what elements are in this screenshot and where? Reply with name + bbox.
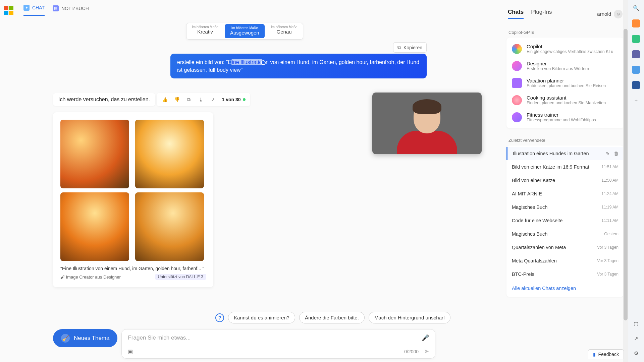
send-icon[interactable]: ➤ xyxy=(424,348,429,355)
recent-item[interactable]: Bild von einer Katze im 16:9 Format11:51… xyxy=(506,160,624,174)
side-tab-plugins[interactable]: Plug-Ins xyxy=(531,9,552,19)
copilot-icon xyxy=(512,44,522,54)
recent-item[interactable]: BTC-PreisVor 3 Tagen xyxy=(506,267,624,281)
share-icon[interactable]: ↗ xyxy=(210,96,216,103)
feedback-button[interactable]: ▮ Feedback xyxy=(588,349,624,359)
new-topic-icon: 🧹 xyxy=(61,334,70,343)
style-precise[interactable]: Im höheren Maße Genau xyxy=(266,23,303,39)
side-tab-chats[interactable]: Chats xyxy=(508,9,524,19)
recent-item[interactable]: Code für eine Webseite11:11 AM xyxy=(506,214,624,227)
donut-icon xyxy=(512,95,522,105)
image-results-card: "Eine Illustration von einem Hund, im Ga… xyxy=(53,112,213,287)
notebook-icon: ▤ xyxy=(53,5,59,11)
delete-icon[interactable]: 🗑 xyxy=(614,151,619,156)
dumbbell-icon xyxy=(512,112,522,122)
recent-item[interactable]: Meta QuartalszahlenVor 3 Tagen xyxy=(506,254,624,267)
gpt-copilot[interactable]: CopilotEin gleichgewichtiges Verhältnis … xyxy=(506,40,624,57)
designer-icon xyxy=(512,61,522,71)
avatar-icon: ☺ xyxy=(614,10,623,18)
user-message: erstelle ein bild von: "Eine Illustratio… xyxy=(170,54,427,78)
gpt-fitness[interactable]: Fitness trainerFitnessprogramme und Wohl… xyxy=(506,109,624,126)
style-creative[interactable]: Im höheren Maße Kreativ xyxy=(186,23,224,39)
external-icon[interactable]: ↗ xyxy=(632,335,640,343)
search-icon[interactable]: 🔍 xyxy=(632,4,640,12)
suitcase-icon xyxy=(512,78,522,88)
office-icon[interactable] xyxy=(632,81,640,89)
thumbs-down-icon[interactable]: 👎 xyxy=(173,96,180,103)
recent-item[interactable]: Magisches Buch11:19 AM xyxy=(506,200,624,214)
settings-icon[interactable]: ⚙ xyxy=(632,349,640,357)
scrollbar-thumb[interactable] xyxy=(624,29,628,320)
chip-colors[interactable]: Ändere die Farben bitte. xyxy=(299,312,365,323)
download-icon[interactable]: ⭳ xyxy=(198,96,204,103)
status-dot-icon xyxy=(243,98,246,101)
suggestion-chips: ? Kannst du es animieren? Ändere die Far… xyxy=(215,312,450,323)
style-selector: Im höheren Maße Kreativ Im höheren Maße … xyxy=(186,23,303,40)
text-selection: ine Illustratio xyxy=(231,59,262,65)
generated-image-3[interactable] xyxy=(60,192,129,261)
mic-icon[interactable]: 🎤 xyxy=(422,334,429,342)
new-topic-button[interactable]: 🧹 Neues Thema xyxy=(53,329,117,347)
turn-counter: 1 von 30 xyxy=(222,97,245,102)
recent-item[interactable]: Quartalszahlen von MetaVor 3 Tagen xyxy=(506,241,624,254)
dalle-badge: Unterstützt von DALL·E 3 xyxy=(155,274,206,280)
gpt-vacation[interactable]: Vacation plannerEntdecken, planen und bu… xyxy=(506,74,624,92)
copy-icon: ⧉ xyxy=(397,45,401,50)
composer: 🎤 ▣ 0/2000 ➤ xyxy=(121,329,435,359)
edit-icon[interactable]: ✎ xyxy=(606,151,610,156)
user-menu[interactable]: arnold ☺ xyxy=(597,10,623,18)
generated-image-4[interactable] xyxy=(135,192,204,261)
panel-icon[interactable]: ▢ xyxy=(632,320,640,328)
plus-icon[interactable]: ＋ xyxy=(632,97,640,105)
style-balanced[interactable]: Im höheren Maße Ausgewogen xyxy=(225,24,265,38)
recent-item[interactable]: AI MIT ARNIE11:24 AM xyxy=(506,187,624,200)
message-toolbar: 👍 👎 ⧉ ⭳ ↗ 1 von 30 xyxy=(157,93,250,106)
webcam-overlay[interactable] xyxy=(372,93,482,154)
image-caption: "Eine Illustration von einem Hund, im Ga… xyxy=(60,266,206,271)
chat-icon: ✦ xyxy=(23,5,30,11)
edge-sidebar: 🔍 ＋ ▢ ↗ ⚙ xyxy=(628,0,644,362)
tab-chat[interactable]: ✦ CHAT xyxy=(23,5,45,16)
copy-icon[interactable]: ⧉ xyxy=(185,96,192,103)
tools-icon[interactable] xyxy=(632,35,640,43)
chip-animate[interactable]: Kannst du es animieren? xyxy=(228,312,295,323)
ms-logo xyxy=(4,6,13,15)
prompt-input[interactable] xyxy=(128,335,384,341)
gpt-designer[interactable]: DesignerErstellen von Bildern aus Wörter… xyxy=(506,57,624,74)
tab-notebook-label: NOTIZBUCH xyxy=(61,6,89,11)
shopping-icon[interactable] xyxy=(632,19,640,27)
recent-section-label: Zuletzt verwendete xyxy=(508,138,624,143)
recent-item[interactable]: Bild von einer Katze11:50 AM xyxy=(506,174,624,187)
char-counter: 0/2000 xyxy=(404,349,419,354)
tab-notebook[interactable]: ▤ NOTIZBUCH xyxy=(53,5,89,16)
recent-item[interactable]: Illustration eines Hundes im Garten ✎🗑 xyxy=(506,147,624,160)
generated-image-2[interactable] xyxy=(135,120,204,188)
gpts-section-label: Copilot-GPTs xyxy=(508,30,624,35)
generated-image-1[interactable] xyxy=(60,120,129,188)
top-bar: ✦ CHAT ▤ NOTIZBUCH xyxy=(4,5,89,16)
tab-chat-label: CHAT xyxy=(32,5,45,10)
image-upload-icon[interactable]: ▣ xyxy=(128,348,133,355)
chip-blur[interactable]: Mach den Hintergrund unscharf xyxy=(369,312,450,323)
outlook-icon[interactable] xyxy=(632,66,640,74)
recent-item[interactable]: Magisches BuchGestern xyxy=(506,227,624,241)
text-caret xyxy=(261,60,266,65)
help-icon[interactable]: ? xyxy=(215,313,224,322)
image-source[interactable]: 🖌 Image Creator aus Designer xyxy=(60,275,121,280)
copy-button[interactable]: ⧉ Kopieren xyxy=(393,42,427,53)
bot-message: Ich werde versuchen, das zu erstellen. xyxy=(53,93,155,106)
show-all-chats-link[interactable]: Alle aktuellen Chats anzeigen xyxy=(506,281,624,296)
right-sidebar: Chats Plug-Ins arnold ☺ Copilot-GPTs Cop… xyxy=(506,7,624,297)
feedback-icon: ▮ xyxy=(593,352,596,357)
teams-icon[interactable] xyxy=(632,50,640,58)
gpt-cooking[interactable]: Cooking assistantFinden, planen und koch… xyxy=(506,92,624,109)
thumbs-up-icon[interactable]: 👍 xyxy=(161,96,168,103)
